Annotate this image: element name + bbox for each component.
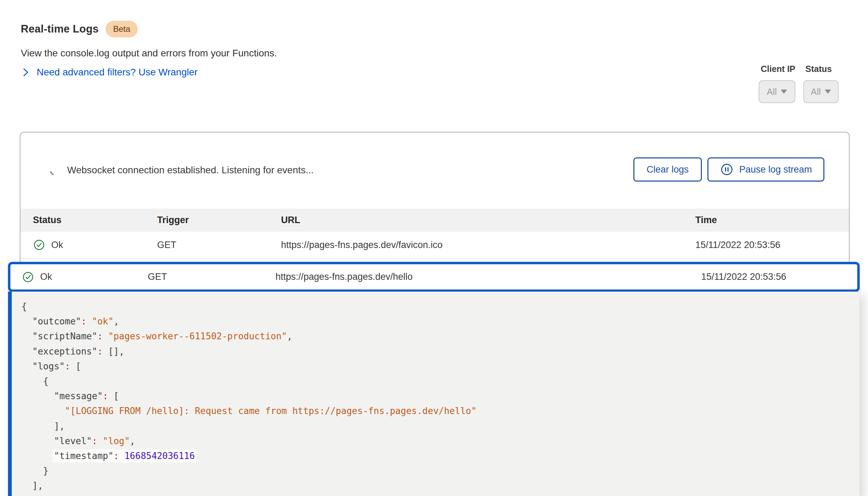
spinner-icon bbox=[49, 164, 61, 176]
row-status: Ok bbox=[40, 272, 52, 282]
row-trigger: GET bbox=[148, 272, 275, 282]
log-row[interactable]: Ok GET https://pages-fns.pages.dev/favic… bbox=[20, 232, 849, 259]
col-time: Time bbox=[695, 215, 849, 226]
page-header: Real-time Logs Beta bbox=[21, 21, 138, 37]
connection-status-text: Websocket connection established. Listen… bbox=[67, 165, 314, 176]
status-filter-value: All bbox=[811, 86, 821, 97]
log-detail-panel: { "outcome": "ok", "scriptName": "pages-… bbox=[8, 292, 859, 496]
logs-card: Websocket connection established. Listen… bbox=[20, 132, 850, 265]
caret-down-icon bbox=[781, 90, 787, 94]
caret-down-icon bbox=[825, 90, 831, 94]
wrangler-link-label: Need advanced filters? Use Wrangler bbox=[37, 67, 198, 78]
check-circle-icon bbox=[33, 239, 45, 251]
realtime-logs-page: Real-time Logs Beta View the console.log… bbox=[0, 0, 868, 496]
col-trigger: Trigger bbox=[157, 215, 281, 226]
row-url: https://pages-fns.pages.dev/favicon.ico bbox=[281, 240, 695, 250]
clear-logs-button[interactable]: Clear logs bbox=[633, 157, 702, 182]
chevron-right-icon bbox=[21, 67, 30, 78]
row-trigger: GET bbox=[157, 240, 281, 250]
connection-status: Websocket connection established. Listen… bbox=[49, 164, 314, 176]
table-header: Status Trigger URL Time bbox=[20, 209, 849, 232]
pause-icon bbox=[720, 163, 734, 176]
status-filter-label: Status bbox=[805, 64, 839, 74]
page-subtitle: View the console.log output and errors f… bbox=[21, 48, 277, 59]
row-time: 15/11/2022 20:53:56 bbox=[701, 272, 857, 282]
wrangler-link[interactable]: Need advanced filters? Use Wrangler bbox=[21, 67, 198, 78]
client-ip-label: Client IP bbox=[761, 64, 795, 74]
status-dropdown[interactable]: All bbox=[803, 80, 839, 103]
row-url: https://pages-fns.pages.dev/hello bbox=[275, 272, 701, 282]
col-status: Status bbox=[33, 215, 157, 226]
expanded-log-entry: Ok GET https://pages-fns.pages.dev/hello… bbox=[8, 262, 860, 496]
row-status: Ok bbox=[51, 240, 63, 250]
row-time: 15/11/2022 20:53:56 bbox=[695, 240, 849, 250]
status-filter: Status All bbox=[803, 64, 839, 103]
col-url: URL bbox=[281, 215, 695, 226]
client-ip-dropdown[interactable]: All bbox=[759, 80, 795, 103]
log-detail-json: { "outcome": "ok", "scriptName": "pages-… bbox=[21, 299, 859, 494]
client-ip-value: All bbox=[767, 86, 777, 97]
check-circle-icon bbox=[22, 271, 34, 283]
client-ip-filter: Client IP All bbox=[759, 64, 795, 103]
pause-log-stream-button[interactable]: Pause log stream bbox=[707, 157, 824, 182]
page-title: Real-time Logs bbox=[21, 23, 99, 35]
beta-badge: Beta bbox=[106, 21, 138, 37]
log-row-selected[interactable]: Ok GET https://pages-fns.pages.dev/hello… bbox=[8, 262, 860, 292]
